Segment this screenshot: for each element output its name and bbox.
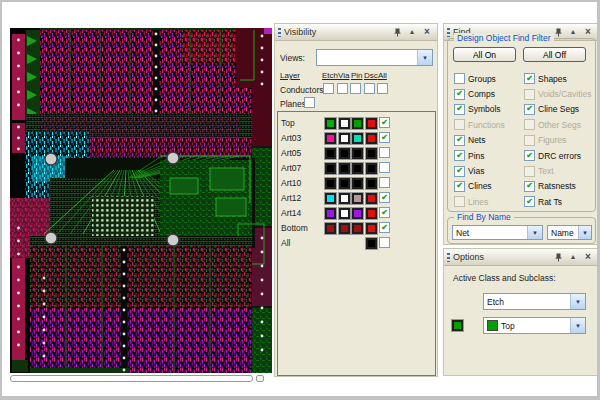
conductors-via-checkbox[interactable]: [337, 83, 348, 94]
collapse-icon[interactable]: ▴: [567, 27, 579, 38]
subclass-color-swatch[interactable]: [451, 319, 464, 332]
pin-column-header[interactable]: Pin: [351, 71, 363, 80]
all-on-button[interactable]: All On: [453, 47, 516, 62]
layer-swatch-via[interactable]: [338, 162, 351, 175]
layer-swatch-etch[interactable]: [324, 117, 337, 130]
active-subclass-dropdown[interactable]: Top ▼: [483, 317, 586, 334]
all-column-header[interactable]: All: [378, 71, 387, 80]
layer-swatch-via[interactable]: [338, 132, 351, 145]
panel-grip-icon[interactable]: [447, 253, 450, 262]
find-filter-rat-ts[interactable]: ✔Rat Ts: [524, 194, 591, 209]
checkbox[interactable]: ✔: [454, 150, 465, 161]
collapse-icon[interactable]: ▴: [567, 252, 579, 263]
checkbox[interactable]: ✔: [454, 104, 465, 115]
layer-swatch-pin[interactable]: [351, 117, 364, 130]
layer-swatch-dsc[interactable]: [365, 177, 378, 190]
layer-swatch-via[interactable]: [338, 147, 351, 160]
chevron-down-icon[interactable]: ▼: [417, 50, 432, 65]
layer-swatch-dsc[interactable]: [365, 132, 378, 145]
layer-all-checkbox[interactable]: ✔: [379, 207, 390, 218]
layer-all-checkbox[interactable]: [379, 162, 390, 173]
layer-all-checkbox[interactable]: ✔: [379, 117, 390, 128]
collapse-icon[interactable]: ▴: [406, 27, 418, 38]
checkbox[interactable]: ✔: [524, 196, 535, 207]
layer-swatch-pin[interactable]: [351, 147, 364, 160]
find-filter-shapes[interactable]: ✔Shapes: [524, 71, 591, 86]
layer-swatch-dsc[interactable]: [365, 162, 378, 175]
layer-all-checkbox[interactable]: ✔: [379, 132, 390, 143]
find-filter-symbols[interactable]: ✔Symbols: [454, 102, 524, 117]
active-class-dropdown[interactable]: Etch ▼: [483, 293, 586, 310]
views-dropdown[interactable]: ▼: [316, 49, 433, 66]
conductors-all-checkbox[interactable]: [377, 83, 388, 94]
find-filter-cline-segs[interactable]: ✔Cline Segs: [524, 102, 591, 117]
close-icon[interactable]: ×: [582, 252, 594, 263]
pcb-hscrollbar[interactable]: [10, 375, 253, 382]
close-icon[interactable]: ×: [421, 27, 433, 38]
layer-swatch-etch[interactable]: [324, 132, 337, 145]
layer-swatch-etch[interactable]: [324, 207, 337, 220]
find-filter-groups[interactable]: Groups: [454, 71, 524, 86]
checkbox[interactable]: ✔: [524, 104, 535, 115]
find-filter-pins[interactable]: ✔Pins: [454, 148, 524, 163]
pcb-hscrollbar-button[interactable]: [256, 375, 264, 382]
layer-swatch-dsc[interactable]: [365, 222, 378, 235]
find-filter-vias[interactable]: ✔Vias: [454, 163, 524, 178]
layer-swatch-dsc[interactable]: [365, 237, 378, 250]
layer-swatch-pin[interactable]: [351, 222, 364, 235]
layer-swatch-dsc[interactable]: [365, 192, 378, 205]
layer-swatch-pin[interactable]: [351, 207, 364, 220]
layer-swatch-etch[interactable]: [324, 192, 337, 205]
layer-all-checkbox[interactable]: [379, 147, 390, 158]
panel-grip-icon[interactable]: [278, 28, 281, 37]
layer-swatch-via[interactable]: [338, 207, 351, 220]
conductors-pin-checkbox[interactable]: [350, 83, 361, 94]
layer-swatch-etch[interactable]: [324, 162, 337, 175]
all-off-button[interactable]: All Off: [523, 47, 586, 62]
close-icon[interactable]: ×: [582, 27, 594, 38]
checkbox[interactable]: ✔: [454, 166, 465, 177]
pin-icon[interactable]: [552, 27, 564, 38]
pcb-viewport[interactable]: [10, 28, 272, 373]
pin-icon[interactable]: [552, 252, 564, 263]
find-filter-clines[interactable]: ✔Clines: [454, 179, 524, 194]
checkbox[interactable]: ✔: [454, 135, 465, 146]
layer-swatch-pin[interactable]: [351, 132, 364, 145]
checkbox[interactable]: ✔: [524, 181, 535, 192]
checkbox[interactable]: ✔: [524, 73, 535, 84]
pin-icon[interactable]: [391, 27, 403, 38]
layer-swatch-via[interactable]: [338, 177, 351, 190]
layer-all-checkbox[interactable]: [379, 177, 390, 188]
layer-swatch-dsc[interactable]: [365, 117, 378, 130]
visibility-titlebar[interactable]: Visibility ▴ ×: [275, 24, 437, 41]
layer-all-checkbox[interactable]: ✔: [379, 192, 390, 203]
find-filter-drc-errors[interactable]: ✔DRC errors: [524, 148, 591, 163]
layer-swatch-etch[interactable]: [324, 147, 337, 160]
panel-grip-icon[interactable]: [447, 28, 450, 37]
layer-column-header[interactable]: Layer: [280, 71, 300, 80]
conductors-etch-checkbox[interactable]: [323, 83, 334, 94]
etch-column-header[interactable]: Etch: [322, 71, 338, 80]
chevron-down-icon[interactable]: ▼: [570, 294, 585, 309]
checkbox[interactable]: ✔: [524, 150, 535, 161]
layer-swatch-etch[interactable]: [324, 222, 337, 235]
find-filter-nets[interactable]: ✔Nets: [454, 133, 524, 148]
dsc-column-header[interactable]: Dsc: [364, 71, 378, 80]
chevron-down-icon[interactable]: ▼: [527, 226, 542, 239]
layer-swatch-pin[interactable]: [351, 162, 364, 175]
name-dropdown[interactable]: Name ▼: [547, 225, 592, 240]
planes-checkbox[interactable]: [304, 97, 315, 108]
layer-all-checkbox[interactable]: [379, 237, 390, 248]
checkbox[interactable]: ✔: [454, 89, 465, 100]
layer-swatch-via[interactable]: [338, 117, 351, 130]
layer-swatch-dsc[interactable]: [365, 207, 378, 220]
checkbox[interactable]: [454, 73, 465, 84]
checkbox[interactable]: ✔: [454, 181, 465, 192]
find-by-dropdown[interactable]: Net ▼: [452, 225, 543, 240]
layer-swatch-via[interactable]: [338, 222, 351, 235]
pcb-design-canvas[interactable]: [10, 28, 272, 373]
chevron-down-icon[interactable]: ▼: [578, 226, 591, 239]
layer-all-checkbox[interactable]: ✔: [379, 222, 390, 233]
chevron-down-icon[interactable]: ▼: [570, 318, 585, 333]
conductors-dsc-checkbox[interactable]: [364, 83, 375, 94]
